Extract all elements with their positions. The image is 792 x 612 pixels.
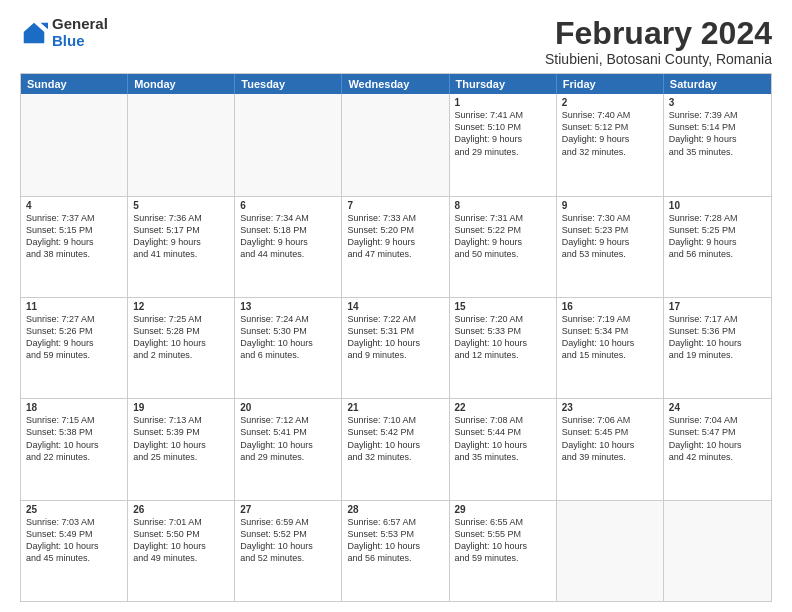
calendar-cell: 12Sunrise: 7:25 AMSunset: 5:28 PMDayligh… [128, 298, 235, 398]
day-number: 11 [26, 301, 122, 312]
day-number: 26 [133, 504, 229, 515]
day-info: Sunrise: 7:34 AMSunset: 5:18 PMDaylight:… [240, 212, 336, 261]
calendar-row-0: 1Sunrise: 7:41 AMSunset: 5:10 PMDaylight… [21, 94, 771, 195]
calendar-cell: 17Sunrise: 7:17 AMSunset: 5:36 PMDayligh… [664, 298, 771, 398]
day-number: 6 [240, 200, 336, 211]
day-number: 10 [669, 200, 766, 211]
header: General Blue February 2024 Stiubieni, Bo… [20, 16, 772, 67]
calendar-cell [664, 501, 771, 601]
day-info: Sunrise: 7:13 AMSunset: 5:39 PMDaylight:… [133, 414, 229, 463]
calendar-cell: 20Sunrise: 7:12 AMSunset: 5:41 PMDayligh… [235, 399, 342, 499]
day-info: Sunrise: 7:28 AMSunset: 5:25 PMDaylight:… [669, 212, 766, 261]
calendar-cell [21, 94, 128, 195]
day-info: Sunrise: 7:25 AMSunset: 5:28 PMDaylight:… [133, 313, 229, 362]
day-number: 8 [455, 200, 551, 211]
calendar-cell [342, 94, 449, 195]
day-info: Sunrise: 6:59 AMSunset: 5:52 PMDaylight:… [240, 516, 336, 565]
header-day-tuesday: Tuesday [235, 74, 342, 94]
day-info: Sunrise: 7:04 AMSunset: 5:47 PMDaylight:… [669, 414, 766, 463]
calendar-row-4: 25Sunrise: 7:03 AMSunset: 5:49 PMDayligh… [21, 500, 771, 601]
calendar-cell: 8Sunrise: 7:31 AMSunset: 5:22 PMDaylight… [450, 197, 557, 297]
day-number: 9 [562, 200, 658, 211]
calendar-cell: 29Sunrise: 6:55 AMSunset: 5:55 PMDayligh… [450, 501, 557, 601]
calendar-cell [557, 501, 664, 601]
day-info: Sunrise: 7:06 AMSunset: 5:45 PMDaylight:… [562, 414, 658, 463]
logo-general: General [52, 16, 108, 33]
calendar-cell [128, 94, 235, 195]
day-number: 20 [240, 402, 336, 413]
svg-marker-1 [41, 22, 48, 29]
calendar-cell: 26Sunrise: 7:01 AMSunset: 5:50 PMDayligh… [128, 501, 235, 601]
day-info: Sunrise: 7:39 AMSunset: 5:14 PMDaylight:… [669, 109, 766, 158]
header-day-wednesday: Wednesday [342, 74, 449, 94]
calendar-cell: 25Sunrise: 7:03 AMSunset: 5:49 PMDayligh… [21, 501, 128, 601]
day-number: 25 [26, 504, 122, 515]
logo-icon [20, 19, 48, 47]
calendar-cell: 18Sunrise: 7:15 AMSunset: 5:38 PMDayligh… [21, 399, 128, 499]
logo-text: General Blue [52, 16, 108, 49]
day-info: Sunrise: 7:40 AMSunset: 5:12 PMDaylight:… [562, 109, 658, 158]
main-title: February 2024 [545, 16, 772, 51]
calendar-cell: 24Sunrise: 7:04 AMSunset: 5:47 PMDayligh… [664, 399, 771, 499]
day-info: Sunrise: 7:19 AMSunset: 5:34 PMDaylight:… [562, 313, 658, 362]
day-number: 29 [455, 504, 551, 515]
day-info: Sunrise: 7:31 AMSunset: 5:22 PMDaylight:… [455, 212, 551, 261]
day-number: 28 [347, 504, 443, 515]
day-info: Sunrise: 7:30 AMSunset: 5:23 PMDaylight:… [562, 212, 658, 261]
calendar-cell: 22Sunrise: 7:08 AMSunset: 5:44 PMDayligh… [450, 399, 557, 499]
day-number: 4 [26, 200, 122, 211]
header-day-saturday: Saturday [664, 74, 771, 94]
logo-blue: Blue [52, 33, 108, 50]
calendar-cell: 2Sunrise: 7:40 AMSunset: 5:12 PMDaylight… [557, 94, 664, 195]
day-info: Sunrise: 7:20 AMSunset: 5:33 PMDaylight:… [455, 313, 551, 362]
day-number: 3 [669, 97, 766, 108]
calendar-header: SundayMondayTuesdayWednesdayThursdayFrid… [21, 74, 771, 94]
calendar-cell: 4Sunrise: 7:37 AMSunset: 5:15 PMDaylight… [21, 197, 128, 297]
day-number: 15 [455, 301, 551, 312]
day-number: 16 [562, 301, 658, 312]
calendar: SundayMondayTuesdayWednesdayThursdayFrid… [20, 73, 772, 602]
day-info: Sunrise: 7:37 AMSunset: 5:15 PMDaylight:… [26, 212, 122, 261]
day-number: 7 [347, 200, 443, 211]
day-number: 17 [669, 301, 766, 312]
calendar-cell: 19Sunrise: 7:13 AMSunset: 5:39 PMDayligh… [128, 399, 235, 499]
calendar-cell: 16Sunrise: 7:19 AMSunset: 5:34 PMDayligh… [557, 298, 664, 398]
day-info: Sunrise: 7:27 AMSunset: 5:26 PMDaylight:… [26, 313, 122, 362]
day-number: 23 [562, 402, 658, 413]
calendar-cell: 9Sunrise: 7:30 AMSunset: 5:23 PMDaylight… [557, 197, 664, 297]
calendar-cell: 7Sunrise: 7:33 AMSunset: 5:20 PMDaylight… [342, 197, 449, 297]
calendar-cell: 21Sunrise: 7:10 AMSunset: 5:42 PMDayligh… [342, 399, 449, 499]
calendar-cell: 11Sunrise: 7:27 AMSunset: 5:26 PMDayligh… [21, 298, 128, 398]
calendar-row-1: 4Sunrise: 7:37 AMSunset: 5:15 PMDaylight… [21, 196, 771, 297]
calendar-cell: 27Sunrise: 6:59 AMSunset: 5:52 PMDayligh… [235, 501, 342, 601]
title-area: February 2024 Stiubieni, Botosani County… [545, 16, 772, 67]
header-day-friday: Friday [557, 74, 664, 94]
day-info: Sunrise: 7:08 AMSunset: 5:44 PMDaylight:… [455, 414, 551, 463]
day-info: Sunrise: 7:22 AMSunset: 5:31 PMDaylight:… [347, 313, 443, 362]
calendar-cell: 5Sunrise: 7:36 AMSunset: 5:17 PMDaylight… [128, 197, 235, 297]
day-info: Sunrise: 6:55 AMSunset: 5:55 PMDaylight:… [455, 516, 551, 565]
calendar-body: 1Sunrise: 7:41 AMSunset: 5:10 PMDaylight… [21, 94, 771, 601]
page: General Blue February 2024 Stiubieni, Bo… [0, 0, 792, 612]
calendar-cell: 13Sunrise: 7:24 AMSunset: 5:30 PMDayligh… [235, 298, 342, 398]
day-number: 12 [133, 301, 229, 312]
day-info: Sunrise: 7:33 AMSunset: 5:20 PMDaylight:… [347, 212, 443, 261]
calendar-cell: 3Sunrise: 7:39 AMSunset: 5:14 PMDaylight… [664, 94, 771, 195]
calendar-cell: 14Sunrise: 7:22 AMSunset: 5:31 PMDayligh… [342, 298, 449, 398]
day-number: 27 [240, 504, 336, 515]
header-day-thursday: Thursday [450, 74, 557, 94]
calendar-cell: 6Sunrise: 7:34 AMSunset: 5:18 PMDaylight… [235, 197, 342, 297]
calendar-cell [235, 94, 342, 195]
day-number: 2 [562, 97, 658, 108]
calendar-cell: 15Sunrise: 7:20 AMSunset: 5:33 PMDayligh… [450, 298, 557, 398]
calendar-cell: 28Sunrise: 6:57 AMSunset: 5:53 PMDayligh… [342, 501, 449, 601]
day-info: Sunrise: 7:01 AMSunset: 5:50 PMDaylight:… [133, 516, 229, 565]
day-info: Sunrise: 7:24 AMSunset: 5:30 PMDaylight:… [240, 313, 336, 362]
day-number: 1 [455, 97, 551, 108]
day-info: Sunrise: 6:57 AMSunset: 5:53 PMDaylight:… [347, 516, 443, 565]
day-info: Sunrise: 7:15 AMSunset: 5:38 PMDaylight:… [26, 414, 122, 463]
subtitle: Stiubieni, Botosani County, Romania [545, 51, 772, 67]
calendar-cell: 23Sunrise: 7:06 AMSunset: 5:45 PMDayligh… [557, 399, 664, 499]
day-number: 22 [455, 402, 551, 413]
day-number: 18 [26, 402, 122, 413]
